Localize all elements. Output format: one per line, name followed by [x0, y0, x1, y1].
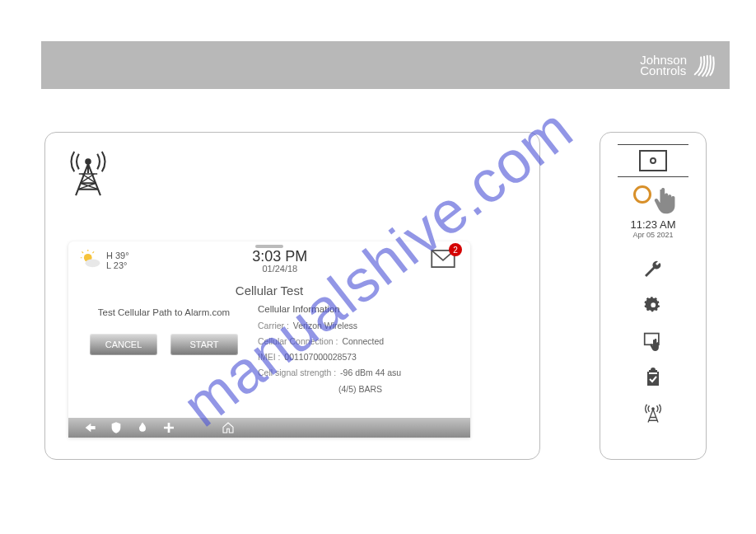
info-signal: Cell signal strength : -96 dBm 44 asu [258, 368, 457, 378]
back-icon[interactable] [83, 421, 96, 434]
button-row: CANCEL START [82, 334, 246, 355]
svg-line-4 [82, 251, 83, 253]
clock: 3:03 PM 01/24/18 [252, 248, 307, 274]
cancel-button[interactable]: CANCEL [90, 334, 157, 355]
side-panel: 11:23 AM Apr 05 2021 [600, 132, 707, 460]
clipboard-check-icon[interactable] [643, 368, 663, 387]
svg-line-5 [92, 251, 94, 253]
notch [255, 245, 283, 248]
info-title: Cellular Information [258, 304, 457, 314]
brand-text: Johnson Controls [640, 54, 687, 77]
gear-icon[interactable] [643, 295, 663, 315]
screen-title: Cellular Test [68, 283, 470, 297]
home-icon[interactable] [222, 421, 235, 434]
brand-banner: Johnson Controls [41, 41, 730, 89]
svg-point-0 [86, 159, 91, 164]
brand-swirl-icon [692, 53, 716, 77]
ring-icon [633, 185, 651, 204]
subtitle: Test Cellular Path to Alarm.com [82, 307, 246, 317]
hand-icon [651, 185, 679, 215]
weather-high: H 39° [106, 251, 129, 260]
side-menu [643, 259, 663, 424]
bottom-nav [68, 418, 470, 438]
side-clock: 11:23 AM Apr 05 2021 [631, 218, 676, 239]
device-screen: H 39° L 23° 3:03 PM 01/24/18 2 Cellular … [68, 241, 470, 438]
start-button[interactable]: START [170, 334, 238, 355]
shield-icon[interactable] [110, 421, 123, 434]
antenna-small-icon[interactable] [643, 404, 663, 424]
svg-point-6 [86, 259, 100, 267]
divider [618, 176, 688, 177]
flame-icon[interactable] [136, 421, 149, 434]
plus-icon[interactable] [162, 421, 175, 434]
touchscreen-icon[interactable] [643, 331, 663, 351]
touch-indicator [628, 180, 678, 217]
weather-low: L 23° [106, 260, 129, 270]
messages-badge: 2 [449, 243, 462, 256]
weather: H 39° L 23° [80, 250, 129, 271]
messages-button[interactable]: 2 [431, 250, 455, 271]
info-connection: Cellular Connection : Connected [258, 336, 457, 347]
content-row: Test Cellular Path to Alarm.com CANCEL S… [68, 297, 470, 400]
wrench-icon[interactable] [643, 259, 663, 279]
side-top: 11:23 AM Apr 05 2021 [609, 144, 698, 239]
info-carrier: Carrier : Verizon Wireless [258, 321, 457, 331]
clock-time: 3:03 PM [252, 248, 307, 265]
brand: Johnson Controls [640, 53, 716, 77]
weather-icon [80, 250, 101, 271]
main-panel: H 39° L 23° 3:03 PM 01/24/18 2 Cellular … [44, 132, 540, 460]
divider [618, 144, 688, 145]
info-imei: IMEI : 001107000028573 [258, 352, 457, 363]
side-date: Apr 05 2021 [631, 231, 676, 239]
camera-box-icon[interactable] [639, 150, 667, 171]
side-time: 11:23 AM [631, 218, 676, 231]
brand-line2: Controls [640, 64, 687, 77]
info-column: Cellular Information Carrier : Verizon W… [258, 304, 457, 400]
left-column: Test Cellular Path to Alarm.com CANCEL S… [82, 302, 246, 400]
antenna-icon [63, 151, 113, 197]
info-signal-2: (4/5) BARS [258, 384, 457, 395]
